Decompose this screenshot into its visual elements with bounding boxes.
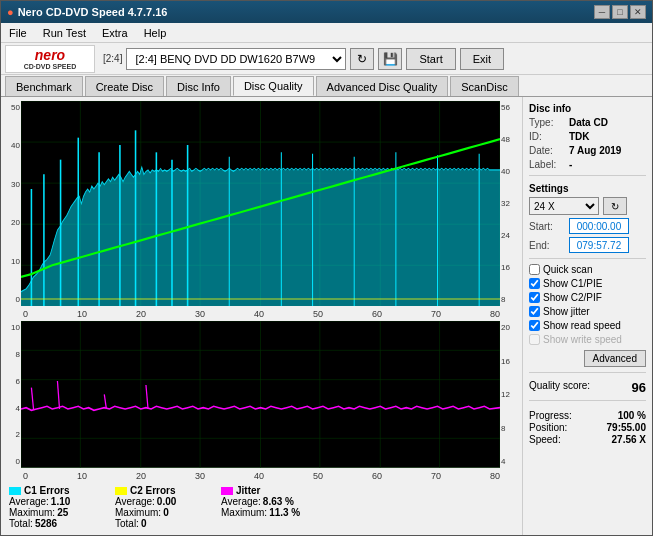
start-button[interactable]: Start [406, 48, 455, 70]
end-row: End: [529, 237, 646, 253]
menu-help[interactable]: Help [136, 23, 175, 42]
progress-row: Progress: 100 % [529, 410, 646, 421]
disc-label-row: Label: - [529, 159, 646, 170]
maximize-button[interactable]: □ [612, 5, 628, 19]
divider3 [529, 372, 646, 373]
title-bar-left: ● Nero CD-DVD Speed 4.7.7.16 [7, 6, 167, 18]
chart1-svg [21, 101, 500, 306]
disc-date-row: Date: 7 Aug 2019 [529, 145, 646, 156]
stats-legend: C1 Errors Average: 1.10 Maximum: 25 Tota… [5, 483, 518, 531]
nero-brand: nero [35, 47, 65, 63]
quick-scan-row: Quick scan [529, 264, 646, 275]
end-time-input[interactable] [569, 237, 629, 253]
start-time-input[interactable] [569, 218, 629, 234]
jitter-color [221, 487, 233, 495]
show-read-speed-checkbox[interactable] [529, 320, 540, 331]
jitter-title: Jitter [221, 485, 311, 496]
c1-errors-block: C1 Errors Average: 1.10 Maximum: 25 Tota… [9, 485, 99, 529]
tab-bar: Benchmark Create Disc Disc Info Disc Qua… [1, 75, 652, 97]
nero-sub: CD·DVD SPEED [24, 63, 77, 70]
disc-id-row: ID: TDK [529, 131, 646, 142]
show-c1pie-row: Show C1/PIE [529, 278, 646, 289]
c2-max-row: Maximum: 0 [115, 507, 205, 518]
c1-total-row: Total: 5286 [9, 518, 99, 529]
disc-type-row: Type: Data CD [529, 117, 646, 128]
show-jitter-checkbox[interactable] [529, 306, 540, 317]
quality-score-row: Quality score: 96 [529, 380, 646, 395]
speed-row: Speed: 27.56 X [529, 434, 646, 445]
sidebar: Disc info Type: Data CD ID: TDK Date: 7 … [522, 97, 652, 535]
drive-selector[interactable]: [2:4] BENQ DVD DD DW1620 B7W9 [126, 48, 346, 70]
c2-title: C2 Errors [115, 485, 205, 496]
menu-file[interactable]: File [1, 23, 35, 42]
position-row: Position: 79:55.00 [529, 422, 646, 433]
advanced-button[interactable]: Advanced [584, 350, 646, 367]
quick-scan-checkbox[interactable] [529, 264, 540, 275]
show-c2pif-row: Show C2/PIF [529, 292, 646, 303]
refresh-button[interactable]: ↻ [350, 48, 374, 70]
c2-average-row: Average: 0.00 [115, 496, 205, 507]
divider4 [529, 400, 646, 401]
chart2-wrapper: 10 8 6 4 2 0 [5, 321, 518, 468]
main-content: 50 40 30 20 10 0 [1, 97, 652, 535]
c1-color [9, 487, 21, 495]
title-bar-controls: ─ □ ✕ [594, 5, 646, 19]
speed-row: 24 X ↻ [529, 197, 646, 215]
show-write-speed-checkbox[interactable] [529, 334, 540, 345]
chart2-y-left: 10 8 6 4 2 0 [5, 321, 21, 468]
speed-refresh-button[interactable]: ↻ [603, 197, 627, 215]
exit-button[interactable]: Exit [460, 48, 504, 70]
progress-section: Progress: 100 % Position: 79:55.00 Speed… [529, 410, 646, 446]
show-c1pie-checkbox[interactable] [529, 278, 540, 289]
start-row: Start: [529, 218, 646, 234]
c1-average-row: Average: 1.10 [9, 496, 99, 507]
menu-run-test[interactable]: Run Test [35, 23, 94, 42]
drive-label: [2:4] [103, 53, 122, 64]
save-button[interactable]: 💾 [378, 48, 402, 70]
title-bar: ● Nero CD-DVD Speed 4.7.7.16 ─ □ ✕ [1, 1, 652, 23]
chart1-inner [21, 101, 500, 306]
divider1 [529, 175, 646, 176]
quality-score-value: 96 [632, 380, 646, 395]
chart1-x-labels: 0 10 20 30 40 50 60 70 80 [5, 308, 518, 319]
chart1-wrapper: 50 40 30 20 10 0 [5, 101, 518, 306]
app-icon: ● [7, 6, 14, 18]
chart2-y-right: 20 16 12 8 4 [500, 321, 518, 468]
show-write-speed-row: Show write speed [529, 334, 646, 345]
tab-benchmark[interactable]: Benchmark [5, 76, 83, 96]
close-button[interactable]: ✕ [630, 5, 646, 19]
minimize-button[interactable]: ─ [594, 5, 610, 19]
chart2-inner [21, 321, 500, 468]
c1-title: C1 Errors [9, 485, 99, 496]
show-c2pif-checkbox[interactable] [529, 292, 540, 303]
toolbar: nero CD·DVD SPEED [2:4] [2:4] BENQ DVD D… [1, 43, 652, 75]
jitter-average-row: Average: 8.63 % [221, 496, 311, 507]
chart-area: 50 40 30 20 10 0 [1, 97, 522, 535]
divider2 [529, 258, 646, 259]
tab-advanced-disc-quality[interactable]: Advanced Disc Quality [316, 76, 449, 96]
settings-title: Settings [529, 183, 646, 194]
c2-color [115, 487, 127, 495]
c2-total-row: Total: 0 [115, 518, 205, 529]
chart2-x-labels: 0 10 20 30 40 50 60 70 80 [5, 470, 518, 481]
jitter-max-row: Maximum: 11.3 % [221, 507, 311, 518]
chart1-y-left: 50 40 30 20 10 0 [5, 101, 21, 306]
disc-info-title: Disc info [529, 103, 646, 114]
nero-logo: nero CD·DVD SPEED [5, 45, 95, 73]
tab-create-disc[interactable]: Create Disc [85, 76, 164, 96]
menu-extra[interactable]: Extra [94, 23, 136, 42]
tab-scan-disc[interactable]: ScanDisc [450, 76, 518, 96]
speed-selector[interactable]: 24 X [529, 197, 599, 215]
chart2-svg [21, 321, 500, 468]
c2-errors-block: C2 Errors Average: 0.00 Maximum: 0 Total… [115, 485, 205, 529]
c1-max-row: Maximum: 25 [9, 507, 99, 518]
tab-disc-quality[interactable]: Disc Quality [233, 76, 314, 96]
window-title: Nero CD-DVD Speed 4.7.7.16 [18, 6, 168, 18]
tab-disc-info[interactable]: Disc Info [166, 76, 231, 96]
svg-marker-16 [21, 167, 500, 306]
menu-bar: File Run Test Extra Help [1, 23, 652, 43]
jitter-block: Jitter Average: 8.63 % Maximum: 11.3 % [221, 485, 311, 529]
chart1-y-right: 56 48 40 32 24 16 8 [500, 101, 518, 306]
show-read-speed-row: Show read speed [529, 320, 646, 331]
show-jitter-row: Show jitter [529, 306, 646, 317]
